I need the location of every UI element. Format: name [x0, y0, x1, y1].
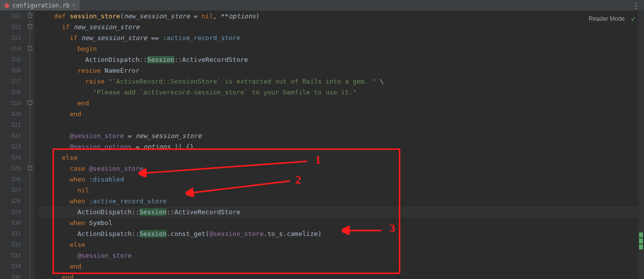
line-gutter: 3113123133143153163173183193203213223233…	[0, 11, 26, 279]
ruby-icon	[4, 2, 10, 8]
line-number: 334	[0, 261, 21, 272]
code-line[interactable]: case @session_store	[39, 163, 644, 174]
code-line[interactable]: @session_store = new_session_store	[39, 131, 644, 141]
scrollbar-strip[interactable]	[638, 11, 644, 279]
line-number: 330	[0, 218, 21, 229]
line-number: 331	[0, 229, 21, 239]
code-line[interactable]: rescue NameError	[39, 65, 644, 76]
line-number: 326	[0, 174, 21, 185]
line-number: 329	[0, 207, 21, 218]
fold-marker[interactable]: −	[28, 46, 32, 50]
line-number: 324	[0, 152, 21, 163]
code-line[interactable]: ActionDispatch::Session.const_get(@sessi…	[39, 229, 644, 239]
svg-marker-0	[4, 3, 9, 8]
line-number: 317	[0, 76, 21, 87]
code-line[interactable]: "Please add `activerecord-session_store`…	[39, 87, 644, 98]
line-number: 313	[0, 33, 21, 44]
fold-marker[interactable]: −	[28, 166, 32, 170]
fold-marker[interactable]: −	[28, 24, 32, 29]
line-number: 320	[0, 109, 21, 120]
line-number: 322	[0, 131, 21, 141]
line-number: 321	[0, 120, 21, 131]
mini-marker	[639, 244, 643, 249]
fold-marker[interactable]: −	[28, 13, 32, 18]
code-area[interactable]: def session_store(new_session_store = ni…	[35, 11, 644, 279]
line-number: 314	[0, 44, 21, 54]
code-line[interactable]: when :disabled	[39, 174, 644, 185]
line-number: 335	[0, 272, 21, 279]
code-line[interactable]: begin	[39, 44, 644, 54]
line-number: 318	[0, 87, 21, 98]
line-number: 325	[0, 163, 21, 174]
code-line[interactable]: if new_session_store == :active_record_s…	[39, 33, 644, 44]
code-line[interactable]: else	[39, 152, 644, 163]
kebab-icon[interactable]: ⋮	[632, 1, 640, 10]
code-line[interactable]: end	[39, 261, 644, 272]
fold-marker[interactable]: −	[28, 100, 32, 105]
tab-bar: configuration.rb × ⋮	[0, 0, 644, 11]
fold-column: − − − − −	[26, 11, 35, 279]
code-line[interactable]: when Symbol	[39, 218, 644, 229]
line-number: 319	[0, 98, 21, 109]
code-line[interactable]: when :active_record_store	[39, 196, 644, 207]
code-line[interactable]: ActionDispatch::Session::ActiveRecordSto…	[39, 54, 644, 65]
code-line[interactable]	[39, 120, 644, 131]
code-line[interactable]: @session_store	[39, 250, 644, 261]
code-line[interactable]: ActionDispatch::Session::ActiveRecordSto…	[39, 207, 644, 218]
code-line[interactable]: end	[39, 98, 644, 109]
mini-marker	[639, 238, 643, 243]
line-number: 327	[0, 185, 21, 196]
line-number: 332	[0, 239, 21, 250]
line-number: 316	[0, 65, 21, 76]
line-number: 311	[0, 11, 21, 22]
line-number: 312	[0, 22, 21, 33]
code-line[interactable]: end	[39, 272, 644, 279]
editor: 3113123133143153163173183193203213223233…	[0, 11, 644, 279]
code-line[interactable]: end	[39, 109, 644, 120]
code-line[interactable]: def session_store(new_session_store = ni…	[39, 11, 644, 22]
close-icon[interactable]: ×	[72, 2, 76, 9]
code-line[interactable]: if new_session_store	[39, 22, 644, 33]
line-number: 333	[0, 250, 21, 261]
code-line[interactable]: else	[39, 239, 644, 250]
tab-label: configuration.rb	[12, 2, 70, 9]
line-number: 315	[0, 54, 21, 65]
code-line[interactable]: @session_options = options || {}	[39, 141, 644, 152]
code-line[interactable]: nil	[39, 185, 644, 196]
mini-marker	[639, 232, 643, 237]
file-tab[interactable]: configuration.rb ×	[0, 0, 80, 10]
line-number: 323	[0, 141, 21, 152]
line-number: 328	[0, 196, 21, 207]
code-line[interactable]: raise "`ActiveRecord::SessionStore` is e…	[39, 76, 644, 87]
